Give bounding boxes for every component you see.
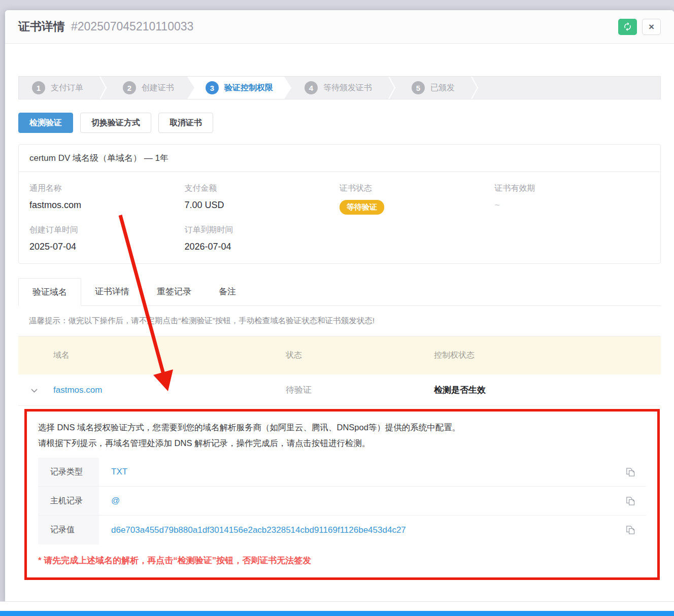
validity-value: ~ [495,200,650,211]
steps-filler [481,77,660,99]
amount-value: 7.00 USD [185,200,340,211]
refresh-button[interactable] [618,19,637,35]
order-info-grid: 通用名称 fastmos.com 支付金额 7.00 USD 证书状态 等待验证… [19,172,660,263]
steps-bar: 1 支付订单 2 创建证书 3 验证控制权限 4 等待颁发证书 5 已颁发 [18,76,661,99]
step-number: 4 [305,81,318,94]
page-footer-strip [0,601,674,611]
step-separator [96,77,110,99]
record-host-value: @ [99,487,614,515]
control-status-action[interactable]: 检测是否生效 [434,384,661,396]
check-verification-button[interactable]: 检测验证 [18,113,73,133]
record-row-type: 记录类型 TXT [38,458,646,487]
common-name-value: fastmos.com [29,200,185,211]
domain-link[interactable]: fastmos.com [18,385,286,395]
cancel-cert-button[interactable]: 取消证书 [158,113,213,133]
tab-reissue-record[interactable]: 重签记录 [143,278,205,305]
dns-record-table: 记录类型 TXT 主机记录 @ [38,458,646,544]
tab-cert-detail[interactable]: 证书详情 [81,278,143,305]
chevron-down-icon[interactable] [31,385,38,395]
step-label: 创建证书 [142,83,174,93]
refresh-icon [623,22,632,31]
close-icon: × [649,22,654,31]
step-wait-issue: 4 等待颁发证书 [291,77,385,99]
dns-warning-text: * 请先完成上述域名的解析，再点击“检测验证”按钮，否则证书无法签发 [38,555,646,566]
col-control: 控制权状态 [434,350,661,361]
copy-icon [625,496,635,506]
notice-text: 温馨提示：做完以下操作后，请不定期点击“检测验证”按钮，手动检查域名验证状态和证… [18,306,661,336]
modal-header: 证书详情 #202507045210110033 × [5,10,674,44]
common-name-label: 通用名称 [29,183,185,194]
domain-status: 待验证 [286,384,434,396]
step-separator [385,77,398,99]
tab-verify-domain[interactable]: 验证域名 [18,278,81,306]
record-value-value: d6e703a455d79b880a1df3014156e2acb2328514… [99,516,614,544]
record-type-value: TXT [99,458,614,486]
dns-instructions-panel: 选择 DNS 域名授权验证方式，您需要到您的域名解析服务商（如阿里云、腾讯、DN… [24,409,660,580]
tab-bar: 验证域名 证书详情 重签记录 备注 [18,278,661,306]
validity-label: 证书有效期 [495,183,650,194]
domain-table-header: 域名 状态 控制权状态 [18,336,661,374]
status-badge: 等待验证 [340,200,384,215]
modal-title: 证书详情 [18,19,65,35]
step-label: 支付订单 [51,83,83,93]
record-row-value: 记录值 d6e703a455d79b880a1df3014156e2acb232… [38,516,646,544]
amount-label: 支付金额 [185,183,340,194]
domain-row: fastmos.com 待验证 检测是否生效 [18,374,661,406]
record-type-label: 记录类型 [38,458,99,486]
copy-icon [625,525,635,535]
step-label: 验证控制权限 [224,83,273,93]
step-label: 等待颁发证书 [323,83,372,93]
bottom-blue-bar [0,611,674,616]
step-create-cert: 2 创建证书 [110,77,187,99]
step-verify-control-active: 3 验证控制权限 [187,77,291,99]
order-id: #202507045210110033 [71,20,193,33]
record-host-label: 主机记录 [38,487,99,515]
expire-time-value: 2026-07-04 [185,242,340,252]
expire-time-label: 订单到期时间 [185,225,340,235]
step-issued: 5 已颁发 [398,77,468,99]
record-value-label: 记录值 [38,516,99,544]
cert-status-label: 证书状态 [340,183,495,194]
step-number: 3 [206,81,219,94]
copy-record-host-button[interactable] [614,487,646,515]
step-pay-order: 1 支付订单 [19,77,96,99]
col-status: 状态 [286,350,434,361]
order-info-card: certum DV 域名级（单域名） — 1年 通用名称 fastmos.com… [18,144,661,264]
close-button[interactable]: × [642,19,661,35]
copy-icon [625,467,635,477]
dns-instruction-line2: 请根据下列提示，再域名管理处添加 DNS 解析记录，操作完成后，请点击按钮进行检… [38,435,646,451]
step-label: 已颁发 [430,83,455,93]
record-row-host: 主机记录 @ [38,487,646,516]
created-time-label: 创建订单时间 [29,225,185,235]
created-time-value: 2025-07-04 [29,242,185,252]
step-number: 2 [123,81,136,94]
step-separator [468,77,481,99]
tab-remark[interactable]: 备注 [205,278,250,305]
dns-instruction-line1: 选择 DNS 域名授权验证方式，您需要到您的域名解析服务商（如阿里云、腾讯、DN… [38,420,646,435]
copy-record-value-button[interactable] [614,516,646,544]
col-domain: 域名 [18,350,286,361]
copy-record-type-button[interactable] [614,458,646,486]
toolbar: 检测验证 切换验证方式 取消证书 [18,113,661,133]
switch-method-button[interactable]: 切换验证方式 [80,113,151,133]
certificate-detail-modal: 证书详情 #202507045210110033 × 1 支付订单 2 创建证书 [5,10,674,601]
product-title: certum DV 域名级（单域名） — 1年 [19,145,660,172]
step-number: 1 [32,81,45,94]
step-number: 5 [412,81,425,94]
